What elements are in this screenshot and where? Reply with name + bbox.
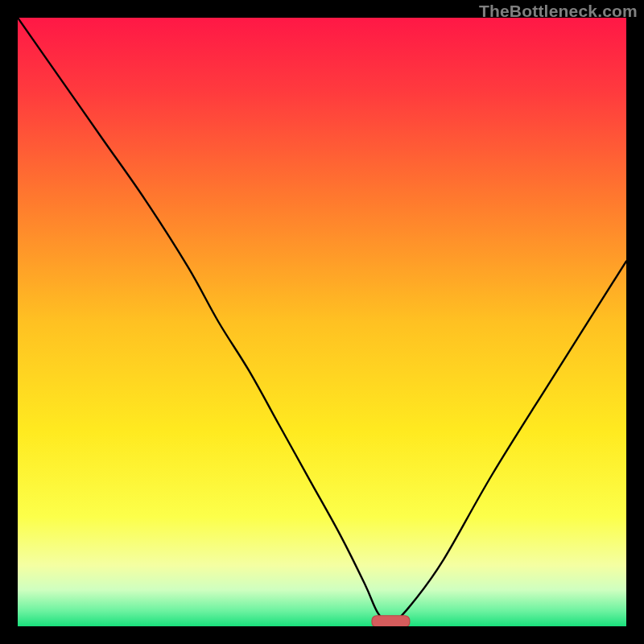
plot-area xyxy=(18,18,626,626)
watermark-text: TheBottleneck.com xyxy=(479,2,638,21)
sweet-spot-marker xyxy=(18,18,626,626)
figure-root: TheBottleneck.com xyxy=(0,0,644,644)
svg-rect-1 xyxy=(372,616,410,626)
